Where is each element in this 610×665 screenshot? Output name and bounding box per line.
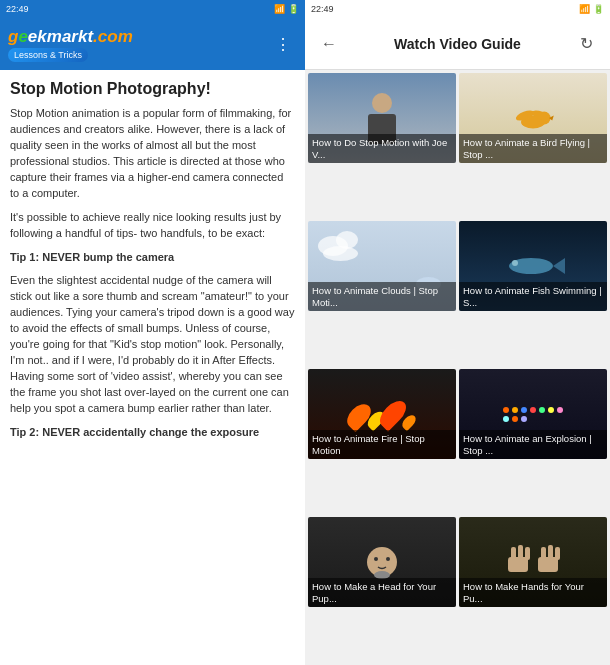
video-label-explosion: How to Animate an Explosion | Stop ... bbox=[459, 430, 607, 459]
video-card-fire[interactable]: How to Animate Fire | Stop Motion bbox=[308, 369, 456, 459]
exp-dot-2 bbox=[512, 407, 518, 413]
video-label-joe: How to Do Stop Motion with Joe V... bbox=[308, 134, 456, 163]
svg-point-7 bbox=[512, 260, 518, 266]
video-card-clouds[interactable]: How to Animate Clouds | Stop Moti... bbox=[308, 221, 456, 311]
left-status-icons: 📶 🔋 bbox=[274, 4, 299, 14]
video-card-explosion[interactable]: How to Animate an Explosion | Stop ... bbox=[459, 369, 607, 459]
svg-point-10 bbox=[374, 557, 378, 561]
left-status-bar: 22:49 📶 🔋 bbox=[0, 0, 305, 18]
video-card-joe[interactable]: How to Do Stop Motion with Joe V... bbox=[308, 73, 456, 163]
article-para2: It's possible to achieve really nice loo… bbox=[10, 210, 295, 242]
tip2-title: Tip 2: NEVER accidentally change the exp… bbox=[10, 425, 295, 441]
video-label-hands: How to Make Hands for Your Pu... bbox=[459, 578, 607, 607]
refresh-button[interactable]: ↻ bbox=[572, 30, 600, 58]
logo-text: geekmarkt.com bbox=[8, 27, 133, 47]
svg-rect-13 bbox=[511, 547, 516, 561]
video-card-fish[interactable]: How to Animate Fish Swimming | S... bbox=[459, 221, 607, 311]
left-panel: 22:49 📶 🔋 geekmarkt.com Lessons & Tricks… bbox=[0, 0, 305, 665]
video-grid: How to Do Stop Motion with Joe V... How … bbox=[305, 70, 610, 665]
cloud-3 bbox=[323, 246, 358, 261]
explosion-dots bbox=[503, 407, 563, 422]
article-title: Stop Motion Photography! bbox=[10, 80, 295, 98]
article-intro: Stop Motion animation is a popular form … bbox=[10, 106, 295, 202]
svg-marker-6 bbox=[553, 258, 565, 274]
video-label-fish: How to Animate Fish Swimming | S... bbox=[459, 282, 607, 311]
left-time: 22:49 bbox=[6, 4, 29, 14]
video-label-clouds: How to Animate Clouds | Stop Moti... bbox=[308, 282, 456, 311]
back-button[interactable]: ← bbox=[315, 30, 343, 58]
exp-dot-7 bbox=[557, 407, 563, 413]
exp-dot-1 bbox=[503, 407, 509, 413]
left-content: Stop Motion Photography! Stop Motion ani… bbox=[0, 70, 305, 665]
exp-dot-10 bbox=[521, 416, 527, 422]
tip1-title: Tip 1: NEVER bump the camera bbox=[10, 250, 295, 266]
bird-svg bbox=[508, 98, 558, 138]
exp-dot-5 bbox=[539, 407, 545, 413]
page-title: Watch Video Guide bbox=[351, 36, 564, 52]
tip1-body: Even the slightest accidental nudge of t… bbox=[10, 273, 295, 416]
app-logo: geekmarkt.com Lessons & Tricks bbox=[8, 27, 133, 62]
exp-dot-4 bbox=[530, 407, 536, 413]
video-card-hands[interactable]: How to Make Hands for Your Pu... bbox=[459, 517, 607, 607]
svg-point-11 bbox=[386, 557, 390, 561]
video-card-head[interactable]: How to Make a Head for Your Pup... bbox=[308, 517, 456, 607]
right-panel: 22:49 📶 🔋 ← Watch Video Guide ↻ How to D… bbox=[305, 0, 610, 665]
right-header: ← Watch Video Guide ↻ bbox=[305, 18, 610, 70]
menu-icon[interactable]: ⋮ bbox=[269, 30, 297, 58]
video-label-head: How to Make a Head for Your Pup... bbox=[308, 578, 456, 607]
svg-rect-12 bbox=[508, 557, 528, 572]
lessons-badge: Lessons & Tricks bbox=[8, 48, 88, 62]
right-status-icons: 📶 🔋 bbox=[579, 4, 604, 14]
right-status-bar: 22:49 📶 🔋 bbox=[305, 0, 610, 18]
person-head bbox=[372, 93, 392, 113]
svg-rect-15 bbox=[525, 547, 530, 560]
video-card-bird[interactable]: How to Animate a Bird Flying | Stop ... bbox=[459, 73, 607, 163]
flame-container bbox=[350, 398, 414, 430]
svg-rect-16 bbox=[538, 557, 558, 572]
video-label-bird: How to Animate a Bird Flying | Stop ... bbox=[459, 134, 607, 163]
svg-rect-18 bbox=[548, 545, 553, 559]
exp-dot-8 bbox=[503, 416, 509, 422]
exp-dot-3 bbox=[521, 407, 527, 413]
exp-dot-9 bbox=[512, 416, 518, 422]
left-header: geekmarkt.com Lessons & Tricks ⋮ bbox=[0, 18, 305, 70]
right-time: 22:49 bbox=[311, 4, 334, 14]
video-label-fire: How to Animate Fire | Stop Motion bbox=[308, 430, 456, 459]
svg-rect-14 bbox=[518, 545, 523, 559]
svg-rect-19 bbox=[555, 547, 560, 560]
exp-dot-6 bbox=[548, 407, 554, 413]
svg-rect-17 bbox=[541, 547, 546, 561]
